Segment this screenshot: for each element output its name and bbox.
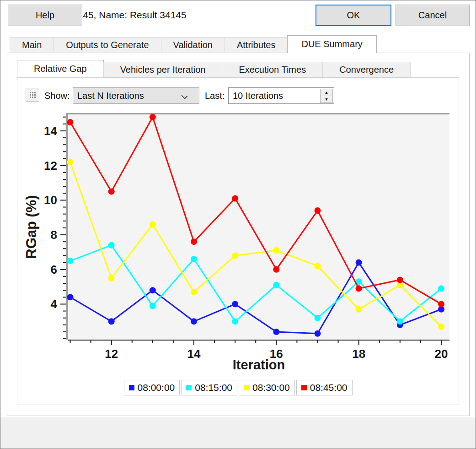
data-point	[438, 301, 444, 307]
tab-due-summary[interactable]: DUE Summary	[287, 35, 376, 53]
series-swatch-red	[301, 385, 307, 390]
tab-outputs-to-generate[interactable]: Outputs to Generate	[53, 37, 161, 53]
y-axis-line	[66, 113, 68, 340]
data-point	[150, 221, 156, 227]
x-tick-label: 18	[352, 347, 365, 361]
series-swatch-yellow	[244, 385, 249, 390]
data-point	[314, 330, 321, 337]
ok-button[interactable]: OK	[316, 5, 391, 26]
rgap-chart: 4681012141214161820RGap (%)Iteration	[17, 110, 459, 379]
data-point	[232, 318, 238, 325]
legend-item-0815[interactable]: 08:15:00	[181, 380, 237, 395]
show-label: Show:	[44, 88, 70, 103]
last-n-iterations-spinner[interactable]: 10 Iterations ▲ ▼	[228, 87, 334, 104]
data-point	[67, 294, 74, 300]
legend-item-0845[interactable]: 08:45:00	[296, 380, 353, 395]
y-tick-label: 10	[44, 193, 57, 207]
data-point	[273, 247, 279, 254]
data-point	[273, 329, 279, 335]
data-point	[314, 263, 321, 269]
spin-down-icon[interactable]: ▼	[320, 96, 333, 103]
y-tick-label: 4	[51, 297, 58, 311]
data-point	[232, 252, 238, 259]
x-axis-line	[68, 340, 449, 341]
data-point	[314, 315, 321, 321]
tab-validation[interactable]: Validation	[161, 37, 225, 53]
y-tick-label: 8	[51, 228, 57, 242]
data-point	[108, 242, 115, 249]
legend-item-0830[interactable]: 08:30:00	[239, 380, 295, 395]
data-point	[191, 256, 197, 262]
last-n-value: 10 Iterations	[233, 91, 283, 101]
legend-label: 08:15:00	[195, 382, 232, 393]
data-point	[314, 207, 321, 214]
legend-label: 08:00:00	[138, 382, 175, 393]
tab-attributes[interactable]: Attributes	[225, 37, 288, 53]
data-point	[438, 324, 444, 330]
data-point	[273, 266, 279, 273]
subtab-relative-gap[interactable]: Relative Gap	[17, 60, 104, 77]
last-label: Last:	[205, 88, 225, 103]
data-point	[67, 258, 74, 264]
result-dialog: .next Result: 34145, Name: Result 34145 …	[0, 0, 476, 449]
data-point	[191, 238, 197, 245]
x-tick-label: 20	[435, 347, 448, 361]
chart-legend: 08:00:00 08:15:00 08:30:00 08:45:00	[17, 380, 459, 395]
subtab-vehicles-per-iteration[interactable]: Vehicles per Iteration	[103, 62, 223, 77]
legend-item-0800[interactable]: 08:00:00	[124, 380, 180, 395]
plot-top-frame	[66, 113, 449, 114]
main-tab-bar: Main Outputs to Generate Validation Attr…	[10, 35, 376, 53]
data-point	[150, 303, 156, 309]
due-subtab-bar: Relative Gap Vehicles per Iteration Exec…	[17, 60, 410, 77]
x-tick-label: 12	[105, 347, 118, 361]
data-point	[232, 195, 238, 202]
grid-dots-icon	[30, 92, 31, 93]
legend-label: 08:45:00	[310, 382, 348, 393]
show-mode-select[interactable]: Last N Iterations	[73, 87, 199, 104]
y-tick-label: 12	[44, 159, 57, 173]
subtab-convergence[interactable]: Convergence	[322, 62, 411, 77]
data-point	[108, 318, 115, 325]
cancel-button[interactable]: Cancel	[396, 5, 470, 26]
y-tick-label: 14	[44, 124, 57, 138]
data-point	[67, 159, 74, 165]
tab-main[interactable]: Main	[10, 37, 54, 53]
button-box	[0, 417, 476, 449]
plot-canvas	[68, 114, 449, 340]
y-axis-title: RGap (%)	[23, 195, 39, 259]
show-mode-value: Last N Iterations	[77, 91, 144, 101]
data-point	[191, 318, 197, 325]
help-button[interactable]: Help	[8, 5, 82, 26]
series-swatch-cyan	[186, 385, 192, 390]
data-point	[397, 318, 403, 325]
data-point	[356, 306, 362, 313]
spin-up-icon[interactable]: ▲	[320, 89, 333, 96]
data-point	[232, 301, 238, 307]
x-tick-label: 14	[187, 347, 201, 361]
series-swatch-blue	[129, 385, 134, 390]
x-axis-title: Iteration	[233, 357, 285, 372]
data-point	[150, 287, 156, 293]
data-point	[356, 285, 362, 292]
data-point	[67, 119, 74, 125]
data-point	[108, 275, 115, 281]
data-point	[438, 285, 444, 292]
legend-label: 08:30:00	[252, 382, 290, 393]
data-point	[108, 188, 115, 195]
data-point	[356, 260, 362, 266]
data-point	[273, 282, 279, 288]
y-tick-label: 6	[51, 263, 57, 276]
chart-options-button[interactable]	[26, 88, 39, 102]
data-point	[397, 276, 403, 283]
data-point	[191, 289, 197, 295]
chevron-down-icon	[181, 92, 187, 99]
data-point	[150, 114, 156, 120]
subtab-execution-times[interactable]: Execution Times	[222, 62, 323, 77]
